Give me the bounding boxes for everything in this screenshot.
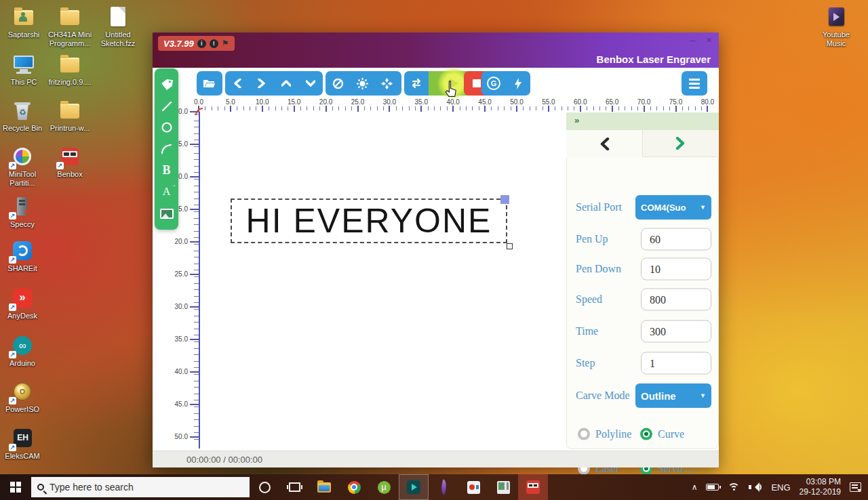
- resize-handle-bottom-right[interactable]: [507, 243, 513, 249]
- panel-card: Serial Port COM4(Suo ▼ Pen Up Pen Down S…: [566, 157, 719, 449]
- move-right-button[interactable]: [250, 71, 274, 96]
- serial-port-dropdown[interactable]: COM4(Suo ▼: [635, 195, 711, 220]
- flag-icon[interactable]: ⚑: [222, 39, 229, 48]
- desktop-icon-this-pc[interactable]: This PC: [1, 53, 46, 87]
- pc-tower-icon: ↗: [11, 195, 34, 218]
- h-ruler-label: 35.0: [415, 98, 428, 106]
- tab-previous[interactable]: [566, 130, 642, 157]
- h-ruler-label: 25.0: [351, 98, 364, 106]
- wifi-icon[interactable]: [728, 483, 740, 492]
- toolbar: G: [153, 68, 719, 98]
- tab-next[interactable]: [642, 130, 718, 157]
- close-button[interactable]: ×: [706, 34, 712, 45]
- taskbar-chrome[interactable]: [339, 474, 369, 500]
- carve-mode-dropdown[interactable]: Outline ▼: [635, 383, 711, 408]
- arc-tool[interactable]: [159, 142, 174, 157]
- search-input[interactable]: [50, 482, 219, 493]
- taskbar-screen-recorder[interactable]: [458, 474, 488, 500]
- desktop-icon-fritzing[interactable]: fritzing.0.9....: [47, 53, 92, 87]
- v-ruler-major-tick: [190, 436, 199, 438]
- clock[interactable]: 03:08 PM 29-12-2019: [800, 477, 841, 497]
- desktop-icon-anydesk[interactable]: »↗ AnyDesk: [0, 287, 45, 320]
- polyline-radio[interactable]: [578, 428, 590, 440]
- h-ruler-major-tick: [230, 106, 231, 112]
- curve-label: Curve: [658, 428, 684, 439]
- taskbar-task-view[interactable]: [279, 474, 309, 500]
- tag-tool[interactable]: [159, 77, 174, 92]
- desktop-icon-printrun[interactable]: Printrun-w...: [47, 99, 92, 133]
- time-input[interactable]: [641, 320, 711, 343]
- line-tool[interactable]: [159, 99, 174, 114]
- desktop-icon-minitool[interactable]: ↗ MiniTool Partiti...: [0, 145, 45, 188]
- taskbar-video-editor[interactable]: [399, 474, 429, 500]
- desktop-background: Saptarshi CH341A Mini Programm... Untitl…: [0, 0, 868, 500]
- language-indicator[interactable]: ENG: [771, 482, 790, 493]
- desktop-icon-shareit[interactable]: ↗ SHAREit: [0, 239, 45, 273]
- speed-input[interactable]: [641, 289, 711, 311]
- start-button[interactable]: [0, 474, 31, 500]
- circle-tool[interactable]: [159, 120, 174, 135]
- menu-button[interactable]: [682, 71, 707, 96]
- h-ruler-label: 15.0: [288, 98, 300, 106]
- vertical-minor-ticks: [194, 114, 199, 443]
- move-up-button[interactable]: [274, 71, 298, 96]
- alert-icon[interactable]: !: [210, 39, 218, 48]
- taskbar-search[interactable]: [31, 477, 250, 497]
- open-file-button[interactable]: [197, 71, 222, 96]
- title-bar[interactable]: V3.7.99 i ! ⚑ – × Benbox Laser Engraver: [153, 33, 719, 68]
- desktop-icon-saptarshi[interactable]: Saptarshi: [1, 5, 46, 39]
- laser-off-button[interactable]: [326, 71, 350, 96]
- h-ruler-label: 75.0: [669, 98, 682, 106]
- panel-header: »: [566, 112, 719, 130]
- move-down-button[interactable]: [298, 71, 323, 96]
- gcode-button[interactable]: G: [481, 71, 506, 96]
- curve-radio[interactable]: [640, 428, 652, 440]
- selection-box[interactable]: HI EVERYONE: [231, 199, 507, 243]
- vertical-axis-line: [199, 112, 200, 449]
- font-tool[interactable]: Aˆ: [159, 184, 174, 199]
- loop-button[interactable]: [404, 71, 429, 96]
- speaker-icon[interactable]: [749, 482, 762, 492]
- desktop-icon-youtube-music[interactable]: Youtube Music: [814, 5, 859, 48]
- tray-expand-icon[interactable]: ∧: [692, 482, 698, 492]
- battery-icon[interactable]: [706, 484, 719, 491]
- desktop-icon-recycle-bin[interactable]: ♻ Recycle Bin: [0, 99, 45, 133]
- desktop-icon-arduino[interactable]: ∞↗ Arduino: [0, 334, 45, 368]
- info-icon[interactable]: i: [197, 39, 206, 48]
- taskbar-feather-app[interactable]: [429, 474, 458, 500]
- v-ruler-major-tick: [190, 371, 199, 373]
- laser-weak-button[interactable]: [350, 71, 374, 96]
- bold-text-tool[interactable]: B: [159, 163, 174, 178]
- h-ruler-label: 10.0: [256, 98, 269, 106]
- taskbar-cortana[interactable]: [250, 474, 279, 500]
- pen-up-input[interactable]: [641, 228, 711, 251]
- taskbar: µ ∧ ENG 03:08 PM 29-12-2019: [0, 474, 868, 500]
- panel-tabs: [566, 130, 719, 157]
- taskbar-utorrent[interactable]: µ: [369, 474, 399, 500]
- collapse-icon[interactable]: »: [574, 115, 579, 125]
- h-ruler-major-tick: [389, 106, 390, 112]
- v-ruler-label: 25.0: [163, 270, 188, 278]
- minimize-button[interactable]: –: [690, 34, 695, 45]
- taskbar-file-explorer[interactable]: [309, 474, 339, 500]
- pen-down-input[interactable]: [641, 258, 711, 280]
- desktop-icon-benbox[interactable]: ↗ Benbox: [47, 145, 92, 179]
- action-center-icon[interactable]: [850, 482, 861, 492]
- taskbar-notes-app[interactable]: [488, 474, 518, 500]
- center-position-button[interactable]: [374, 71, 399, 96]
- resize-handle-top-right[interactable]: [500, 195, 509, 204]
- desktop-icon-untitled-sketch[interactable]: Untitled Sketch.fzz: [96, 5, 140, 48]
- desktop-icon-elekscam[interactable]: EH↗ EleksCAM: [0, 427, 45, 461]
- move-left-button[interactable]: [225, 71, 250, 96]
- desktop-icon-speccy[interactable]: ↗ Speccy: [0, 195, 45, 229]
- desktop-icon-poweriso[interactable]: ↗ PowerISO: [0, 380, 45, 414]
- canvas-text[interactable]: HI EVERYONE: [232, 200, 506, 242]
- desktop-icon-ch341a[interactable]: CH341A Mini Programm...: [47, 5, 92, 48]
- version-label: V3.7.99: [163, 39, 194, 49]
- arduino-icon: ∞↗: [11, 334, 34, 357]
- boost-button[interactable]: [506, 71, 530, 96]
- h-ruler-label: 60.0: [574, 98, 587, 106]
- step-input[interactable]: [641, 352, 711, 375]
- taskbar-benbox[interactable]: [518, 474, 548, 500]
- image-tool[interactable]: [159, 206, 174, 221]
